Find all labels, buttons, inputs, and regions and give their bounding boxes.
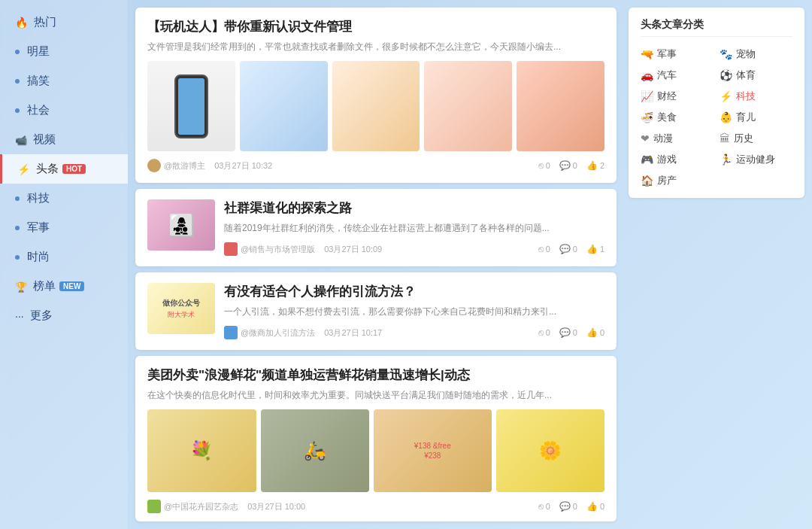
- article-desc-1: 文件管理是我们经常用到的，平常也就查找或者删除文件，很多时候都不怎么注意它，今天…: [147, 40, 604, 53]
- category-item-fitness[interactable]: 🏃 运动健身: [720, 153, 792, 166]
- like-icon: 👍: [586, 327, 598, 338]
- author-name: @散游博主: [164, 160, 205, 172]
- category-box: 头条文章分类 🔫 军事 🐾 宠物 🚗 汽车 ⚽ 体育 📈 财经: [629, 8, 804, 198]
- article-author-4: @中国花卉园艺杂志: [147, 500, 238, 513]
- sidebar-item-more[interactable]: 更多: [0, 301, 128, 330]
- category-item-realestate[interactable]: 🏠 房产: [641, 174, 714, 187]
- sidebar-label-more: 更多: [30, 309, 53, 323]
- article-meta-2: @销售与市场管理版 03月27日 10:09 ⎋0 💬0 👍1: [224, 242, 604, 256]
- author-name: @销售与市场管理版: [241, 244, 315, 255]
- article-title-1[interactable]: 【玩机达人】带你重新认识文件管理: [147, 18, 604, 35]
- article-title-2[interactable]: 社群渠道化的探索之路: [224, 199, 604, 217]
- sidebar-item-rank[interactable]: 榜单 NEW: [0, 272, 128, 301]
- article-author-2: @销售与市场管理版: [224, 242, 315, 256]
- article-desc-3: 一个人引流，如果不想付费去引流，那么需要你静下心来自己花费时间和精力来引...: [224, 305, 604, 318]
- article-card-2: 👩‍👧‍👦 社群渠道化的探索之路 随着2019年社群红利的消失，传统企业在社群运…: [135, 189, 617, 266]
- category-item-parenting[interactable]: 👶 育儿: [720, 111, 792, 124]
- like-icon: 👍: [586, 501, 598, 512]
- article-thumb-2: 👩‍👧‍👦: [147, 199, 215, 251]
- sidebar-item-video[interactable]: 视频: [0, 125, 128, 154]
- category-grid: 🔫 军事 🐾 宠物 🚗 汽车 ⚽ 体育 📈 财经 ⚡ 科技: [641, 47, 792, 187]
- author-avatar: [147, 159, 161, 172]
- category-item-finance[interactable]: 📈 财经: [641, 90, 714, 103]
- food-icon: 🍜: [641, 111, 653, 123]
- share-icon: ⎋: [538, 160, 544, 171]
- flower-img-3: ¥138 &free ¥238: [374, 409, 492, 492]
- category-label: 房产: [657, 174, 677, 187]
- category-label: 游戏: [657, 153, 677, 166]
- dot-icon: [15, 226, 20, 230]
- sidebar-item-star[interactable]: 明星: [0, 37, 128, 66]
- category-item-sports[interactable]: ⚽ 体育: [720, 68, 792, 82]
- article-date-2: 03月27日 10:09: [324, 244, 382, 255]
- new-badge: NEW: [59, 281, 84, 291]
- sidebar-item-hot[interactable]: 热门: [0, 8, 128, 37]
- sports-icon: ⚽: [720, 69, 732, 81]
- article-card-3: 做你公众号 附大学术 有没有适合个人操作的引流方法？ 一个人引流，如果不想付费去…: [135, 272, 617, 350]
- trophy-icon: [15, 280, 27, 293]
- thunder-icon: [17, 163, 30, 176]
- fitness-icon: 🏃: [720, 154, 732, 166]
- article-image: [424, 61, 512, 151]
- flower-img-2: 🛵: [261, 409, 370, 492]
- category-item-food[interactable]: 🍜 美食: [641, 111, 714, 124]
- dot-icon: [15, 50, 20, 54]
- fire-icon: [15, 16, 28, 29]
- comment-stat: 💬0: [559, 327, 577, 338]
- category-item-history[interactable]: 🏛 历史: [720, 132, 792, 145]
- pet-icon: 🐾: [720, 48, 732, 60]
- sidebar-item-tech[interactable]: 科技: [0, 184, 128, 213]
- sidebar-item-fashion[interactable]: 时尚: [0, 242, 128, 272]
- dots-icon: [15, 309, 24, 323]
- dot-icon: [15, 108, 20, 113]
- sidebar-item-toutiao[interactable]: 头条 HOT: [0, 154, 128, 184]
- sidebar-label-military: 军事: [27, 220, 50, 235]
- sidebar-label-hot: 热门: [34, 15, 56, 29]
- category-item-tech[interactable]: ⚡ 科技: [720, 90, 792, 103]
- comment-count: 0: [573, 161, 577, 170]
- tech-icon: ⚡: [720, 90, 732, 102]
- history-icon: 🏛: [720, 132, 730, 144]
- category-label: 军事: [657, 47, 677, 61]
- game-icon: 🎮: [641, 154, 653, 166]
- sidebar-item-funny[interactable]: 搞笑: [0, 66, 128, 96]
- category-item-animation[interactable]: ❤ 动漫: [641, 132, 714, 145]
- phone-body: [174, 74, 208, 138]
- car-icon: 🚗: [641, 69, 653, 81]
- flower-images: 💐 🛵 ¥138 &free ¥238 🌼: [147, 409, 604, 492]
- article-meta-4: @中国花卉园艺杂志 03月27日 10:00 ⎋0 💬0 👍0: [147, 500, 604, 513]
- author-name: @微商加人引流方法: [241, 327, 315, 339]
- article-image: [517, 61, 604, 151]
- share-icon: ⎋: [538, 501, 544, 512]
- military-icon: 🔫: [641, 48, 653, 60]
- sidebar-item-military[interactable]: 军事: [0, 213, 128, 242]
- category-label: 历史: [734, 132, 753, 145]
- sidebar-label-funny: 搞笑: [27, 74, 50, 88]
- like-icon: 👍: [586, 160, 598, 171]
- comment-icon: 💬: [559, 244, 571, 254]
- article-card-4: 美团外卖"浪漫鲜花"频道单独运营鲜花销量迅速增长|动态 在这个快奏的信息化时代里…: [135, 356, 617, 521]
- video-icon: [15, 133, 27, 147]
- category-label: 宠物: [736, 47, 756, 61]
- article-title-4[interactable]: 美团外卖"浪漫鲜花"频道单独运营鲜花销量迅速增长|动态: [147, 366, 604, 384]
- sidebar-label-society: 社会: [27, 103, 50, 117]
- like-stat: 👍1: [586, 244, 604, 254]
- sidebar-label-toutiao: 头条: [36, 162, 59, 176]
- comment-icon: 💬: [559, 501, 571, 512]
- article-title-3[interactable]: 有没有适合个人操作的引流方法？: [224, 283, 604, 300]
- article-date-3: 03月27日 10:17: [324, 327, 382, 339]
- category-item-military[interactable]: 🔫 军事: [641, 47, 714, 61]
- category-item-car[interactable]: 🚗 汽车: [641, 68, 714, 82]
- like-stat: 👍0: [586, 501, 604, 512]
- author-avatar: [224, 326, 238, 339]
- phone-screen: [178, 78, 205, 135]
- article-info-3: 有没有适合个人操作的引流方法？ 一个人引流，如果不想付费去引流，那么需要你静下心…: [224, 283, 604, 339]
- sidebar-item-society[interactable]: 社会: [0, 96, 128, 125]
- category-label: 汽车: [657, 68, 677, 82]
- like-count: 2: [600, 161, 604, 170]
- category-item-pet[interactable]: 🐾 宠物: [720, 47, 792, 61]
- comment-stat: 💬0: [559, 501, 577, 512]
- article-desc-4: 在这个快奏的信息化时代里，时间和效率尤为重要。同城快送平台满足我们随时随地的需求…: [147, 388, 604, 402]
- dot-icon: [15, 79, 20, 84]
- category-item-game[interactable]: 🎮 游戏: [641, 153, 714, 166]
